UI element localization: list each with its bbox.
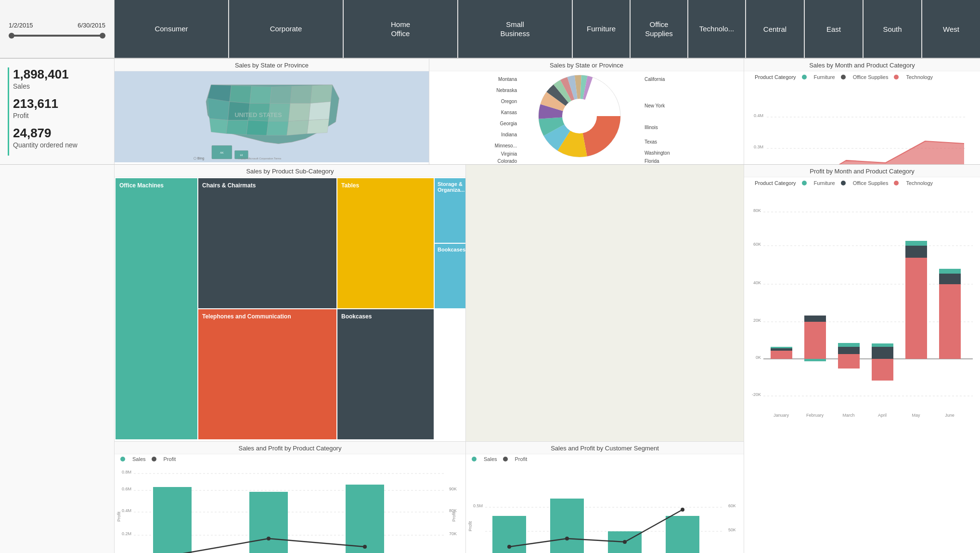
line-chart-panel: Sales by Month and Product Category Prod… — [744, 59, 980, 164]
bar-may-furniture[interactable] — [905, 241, 927, 246]
sales-treemap-upper — [466, 165, 744, 442]
bar-mar-office[interactable] — [838, 347, 860, 354]
sales-profit-cat-panel: Sales and Profit by Product Category Sal… — [115, 442, 465, 553]
svg-point-84 — [681, 508, 684, 512]
bar-jan-furniture[interactable] — [771, 347, 792, 348]
sales-profit-cat-svg: 0.0M 0.2M 0.4M 0.6M 0.8M 60K 70K 80K 90K — [115, 464, 461, 553]
bar-jan-office[interactable] — [771, 348, 792, 351]
svg-text:May: May — [912, 413, 920, 418]
profit-legend-office: Office Supplies — [853, 180, 889, 186]
line-chart-content: 0.1M 0.2M 0.3M 0.4M January February Mar… — [744, 82, 980, 164]
donut-content: Montana Nebraska Oregon Kansas Georgia I… — [429, 71, 744, 162]
slider-fill — [9, 35, 105, 37]
svg-text:60K: 60K — [728, 503, 735, 508]
bar-feb-tech[interactable] — [804, 322, 826, 359]
middle-row: 1,898,401 Sales 213,611 Profit 24,879 Qu… — [0, 59, 980, 165]
legend-seg-profit-dot — [503, 457, 508, 461]
map-title: Sales by State or Province — [115, 59, 429, 71]
treemap-grid: Office Machines Chairs & Chairmats Table… — [116, 178, 464, 439]
svg-point-83 — [623, 540, 627, 544]
profit-panel: Profit by Month and Product Category Pro… — [744, 165, 980, 553]
region-east[interactable]: East — [804, 0, 863, 58]
bar-jun-tech[interactable] — [939, 284, 961, 359]
date-start: 1/2/2015 — [9, 22, 33, 29]
sales-profit-seg-svg: 0.0M 0.5M 40K 50K 60K — [466, 464, 735, 553]
bar-office-sales[interactable] — [249, 492, 288, 553]
bar-jun-furniture[interactable] — [939, 269, 961, 274]
svg-text:Washington: Washington — [645, 150, 670, 156]
kpi-sales-label: Sales — [13, 82, 106, 90]
svg-point-81 — [507, 545, 511, 549]
kpi-panel: 1,898,401 Sales 213,611 Profit 24,879 Qu… — [0, 59, 115, 164]
svg-text:90K: 90K — [449, 487, 457, 491]
svg-text:June: June — [945, 413, 954, 418]
svg-text:April: April — [878, 413, 887, 418]
bar-feb-office[interactable] — [804, 316, 826, 322]
bar-mar-tech[interactable] — [838, 354, 860, 369]
line-chart-legend: Product Category Furniture Office Suppli… — [749, 72, 975, 82]
slider-thumb-left[interactable] — [9, 33, 14, 39]
bar-corporate-sales[interactable] — [550, 499, 584, 553]
segment-corporate[interactable]: Corporate — [229, 0, 344, 58]
svg-text:0.3M: 0.3M — [754, 145, 763, 149]
donut-svg: Montana Nebraska Oregon Kansas Georgia I… — [476, 59, 697, 165]
legend-office-label: Office Supplies — [853, 74, 889, 80]
date-filter[interactable]: 1/2/2015 6/30/2015 — [0, 0, 115, 58]
profit-legend-office-dot — [841, 181, 846, 185]
bar-feb-furniture[interactable] — [804, 359, 826, 361]
svg-text:February: February — [806, 413, 824, 418]
bar-furniture-sales[interactable] — [153, 487, 192, 553]
bar-may-tech[interactable] — [905, 258, 927, 359]
bar-tech-sales[interactable] — [346, 485, 384, 553]
bottom-row: Sales by Product Sub-Category Office Mac… — [0, 165, 980, 553]
tm-office-machines[interactable]: Office Machines — [116, 178, 197, 439]
region-west[interactable]: West — [921, 0, 980, 58]
segment-home-office[interactable]: Home Office — [344, 0, 458, 58]
bar-mar-furniture[interactable] — [838, 343, 860, 347]
svg-text:⬡ Bing: ⬡ Bing — [193, 157, 204, 160]
svg-text:Georgia: Georgia — [500, 121, 517, 126]
bar-may-office[interactable] — [905, 246, 927, 258]
bar-jun-office[interactable] — [939, 274, 961, 284]
cat-office-supplies[interactable]: Office Supplies — [630, 0, 687, 58]
bar-apr-furniture[interactable] — [872, 343, 893, 347]
segment-small-business[interactable]: Small Business — [458, 0, 572, 58]
cat-technology[interactable]: Technolo... — [687, 0, 745, 58]
tm-storage[interactable]: Storage & Organiza... — [435, 178, 465, 243]
svg-text:70K: 70K — [449, 531, 457, 536]
profit-dot-2 — [267, 537, 271, 540]
profit-chart-svg: 80K 60K 40K 20K 0K -20K — [744, 188, 980, 458]
tm-tables[interactable]: Tables — [337, 178, 434, 308]
legend-profit-dot — [152, 457, 156, 461]
segment-consumer[interactable]: Consumer — [115, 0, 229, 58]
profit-legend: Product Category Furniture Office Suppli… — [749, 178, 975, 188]
bar-smallbiz-sales[interactable] — [666, 516, 699, 553]
slider-thumb-right[interactable] — [100, 33, 105, 39]
profit-dot-3 — [363, 545, 367, 549]
bar-apr-office[interactable] — [872, 347, 893, 359]
cat-furniture[interactable]: Furniture — [572, 0, 630, 58]
region-central[interactable]: Central — [745, 0, 804, 58]
right-bottom-stack: Sales and Profit by Customer Segment Sal… — [466, 165, 744, 553]
bar-apr-tech-neg[interactable] — [872, 359, 893, 381]
svg-text:0.4M: 0.4M — [754, 113, 763, 118]
legend-tech-dot — [894, 75, 899, 79]
profit-title: Profit by Month and Product Category — [744, 165, 980, 177]
legend-seg-sales-dot — [472, 457, 477, 461]
legend-sales-dot — [120, 457, 125, 461]
svg-text:AK: AK — [220, 151, 224, 154]
date-slider[interactable] — [9, 35, 105, 37]
tm-chairs[interactable]: Chairs & Chairmats — [198, 178, 336, 308]
region-south[interactable]: South — [863, 0, 921, 58]
tm-bookcases[interactable]: Bookcases — [435, 244, 465, 308]
bar-jan-tech[interactable] — [771, 351, 792, 359]
profit-legend-tech: Technology — [906, 180, 933, 186]
left-bottom-stack: Sales by Product Sub-Category Office Mac… — [115, 165, 466, 553]
tm-telephones[interactable]: Telephones and Communication — [198, 309, 336, 439]
sales-profit-seg-panel: Sales and Profit by Customer Segment Sal… — [466, 442, 744, 553]
svg-text:Profit: Profit — [468, 521, 473, 531]
legend-furniture-label: Furniture — [814, 74, 835, 80]
tm-binders[interactable]: Bookcases — [337, 309, 434, 439]
date-end: 6/30/2015 — [77, 22, 105, 29]
segment-buttons: Consumer Corporate Home Office Small Bus… — [115, 0, 572, 58]
